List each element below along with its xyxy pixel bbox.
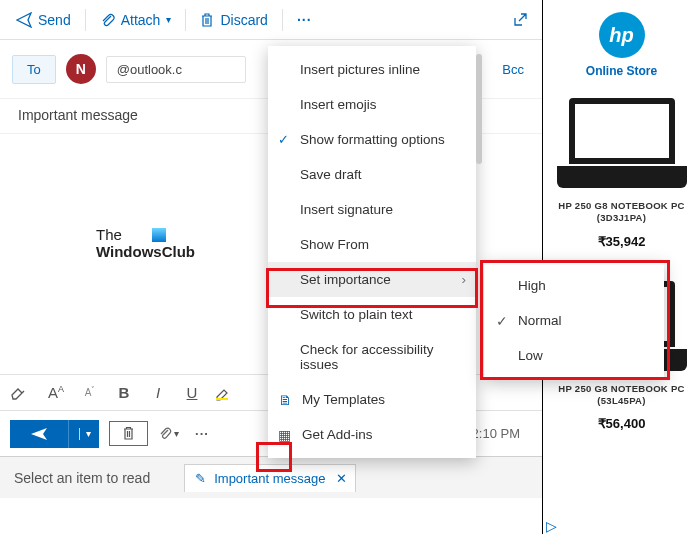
recipient-avatar: N bbox=[66, 54, 96, 84]
toolbar-separator bbox=[282, 9, 283, 31]
chevron-right-icon: › bbox=[462, 272, 467, 287]
menu-show-from[interactable]: Show From bbox=[268, 227, 476, 262]
ad-product-image-1[interactable] bbox=[557, 98, 687, 188]
menu-insert-pictures[interactable]: Insert pictures inline bbox=[268, 52, 476, 87]
send-button[interactable]: Send bbox=[8, 6, 79, 34]
menu-get-addins-label: Get Add-ins bbox=[302, 427, 373, 442]
menu-set-importance-label: Set importance bbox=[300, 272, 391, 287]
discard-small-button[interactable] bbox=[109, 421, 148, 446]
send-options-button[interactable]: │ ▾ bbox=[68, 420, 99, 448]
importance-high[interactable]: High bbox=[484, 268, 664, 303]
addins-icon: ▦ bbox=[278, 427, 291, 443]
ad-product-price-2: ₹56,400 bbox=[598, 416, 646, 431]
pencil-icon: ✎ bbox=[195, 471, 206, 486]
send-label: Send bbox=[38, 12, 71, 28]
popout-icon bbox=[512, 12, 528, 28]
ad-product-name-1: HP 250 G8 NOTEBOOK PC (3D3J1PA) bbox=[549, 200, 694, 225]
popout-button[interactable] bbox=[506, 6, 534, 34]
menu-scrollbar[interactable] bbox=[476, 54, 482, 164]
italic-button[interactable]: I bbox=[146, 384, 170, 401]
menu-show-formatting[interactable]: Show formatting options bbox=[268, 122, 476, 157]
ad-product-price-1: ₹35,942 bbox=[598, 234, 646, 249]
menu-get-addins[interactable]: ▦ Get Add-ins bbox=[268, 417, 476, 452]
menu-save-draft[interactable]: Save draft bbox=[268, 157, 476, 192]
windowsclub-logo: The WindowsClub bbox=[96, 226, 195, 260]
ad-store-label: Online Store bbox=[586, 64, 657, 78]
logo-square-icon bbox=[152, 228, 166, 242]
ad-choices-icon[interactable]: ▷ bbox=[546, 518, 557, 534]
message-tab[interactable]: ✎ Important message ✕ bbox=[184, 464, 356, 492]
svg-rect-0 bbox=[216, 398, 228, 400]
send-icon bbox=[16, 12, 32, 28]
trash-icon bbox=[122, 426, 135, 441]
highlight-button[interactable] bbox=[214, 385, 238, 401]
reading-pane-placeholder: Select an item to read bbox=[0, 470, 164, 486]
bottom-strip: Select an item to read ✎ Important messa… bbox=[0, 456, 542, 498]
close-tab-button[interactable]: ✕ bbox=[336, 471, 347, 486]
chevron-down-icon: ▾ bbox=[174, 428, 179, 439]
toolbar-separator bbox=[185, 9, 186, 31]
more-actions-menu: Insert pictures inline Insert emojis Sho… bbox=[268, 46, 476, 458]
recipient-chip[interactable]: @outlook.c bbox=[106, 56, 246, 83]
bold-button[interactable]: B bbox=[112, 384, 136, 401]
menu-my-templates[interactable]: 🗎 My Templates bbox=[268, 382, 476, 417]
importance-normal[interactable]: Normal bbox=[484, 303, 664, 338]
menu-set-importance[interactable]: Set importance › bbox=[268, 262, 476, 297]
attach-small-button[interactable]: ▾ bbox=[158, 426, 179, 442]
menu-my-templates-label: My Templates bbox=[302, 392, 385, 407]
send-icon bbox=[30, 427, 48, 441]
send-now-button[interactable] bbox=[10, 420, 68, 448]
font-increase-icon[interactable]: AA bbox=[44, 384, 68, 401]
more-actions-button[interactable]: ··· bbox=[289, 6, 320, 34]
hp-logo-icon[interactable]: hp bbox=[599, 12, 645, 58]
attach-button[interactable]: Attach ▾ bbox=[92, 6, 180, 34]
importance-low[interactable]: Low bbox=[484, 338, 664, 373]
chevron-down-icon: ▾ bbox=[166, 14, 171, 25]
more-small-button[interactable]: ··· bbox=[189, 422, 215, 445]
menu-insert-emojis[interactable]: Insert emojis bbox=[268, 87, 476, 122]
templates-icon: 🗎 bbox=[278, 392, 292, 408]
logo-line1: The bbox=[96, 226, 122, 243]
discard-button[interactable]: Discard bbox=[192, 6, 275, 34]
ad-product-name-2: HP 250 G8 NOTEBOOK PC (53L45PA) bbox=[549, 383, 694, 408]
attach-label: Attach bbox=[121, 12, 161, 28]
compose-toolbar: Send Attach ▾ Discard ··· bbox=[0, 0, 542, 40]
send-split-button: │ ▾ bbox=[10, 420, 99, 448]
discard-label: Discard bbox=[220, 12, 267, 28]
font-decrease-icon[interactable]: A˅ bbox=[78, 386, 102, 398]
paperclip-icon bbox=[100, 12, 115, 28]
menu-insert-signature[interactable]: Insert signature bbox=[268, 192, 476, 227]
trash-icon bbox=[200, 12, 214, 28]
bcc-button[interactable]: Bcc bbox=[502, 62, 524, 77]
format-painter-icon[interactable] bbox=[10, 385, 34, 401]
importance-submenu: High Normal Low bbox=[484, 262, 664, 379]
paperclip-icon bbox=[158, 426, 172, 442]
toolbar-separator bbox=[85, 9, 86, 31]
underline-button[interactable]: U bbox=[180, 384, 204, 401]
menu-accessibility-check[interactable]: Check for accessibility issues bbox=[268, 332, 476, 382]
to-button[interactable]: To bbox=[12, 55, 56, 84]
message-tab-label: Important message bbox=[214, 471, 325, 486]
menu-switch-plain-text[interactable]: Switch to plain text bbox=[268, 297, 476, 332]
logo-line2: WindowsClub bbox=[96, 243, 195, 260]
